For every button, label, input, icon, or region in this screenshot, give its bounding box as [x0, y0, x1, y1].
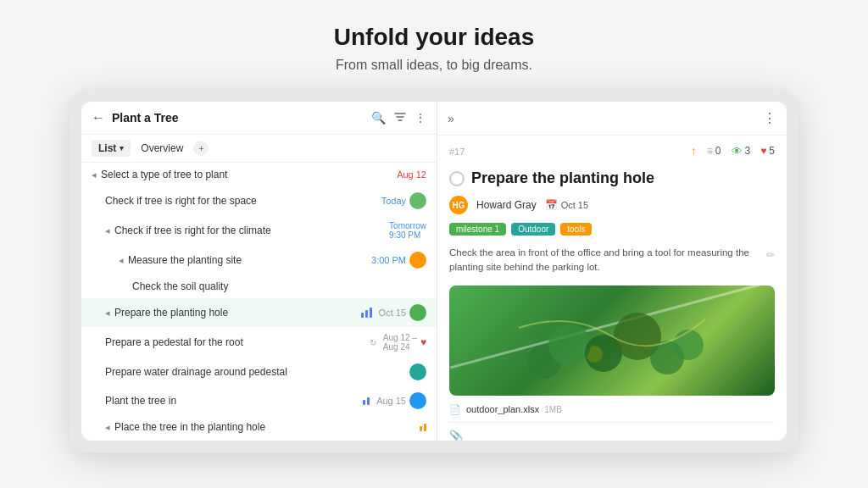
- back-button[interactable]: ←: [92, 110, 105, 125]
- tab-add-button[interactable]: +: [193, 141, 209, 156]
- task-name: Place the tree in the planting hole: [114, 421, 415, 433]
- tag-outdoor: Outdoor: [511, 223, 555, 236]
- avatar: [409, 392, 426, 409]
- edit-icon[interactable]: ✏: [766, 247, 775, 263]
- task-number: #17: [449, 147, 465, 157]
- task-date: Oct 15: [379, 308, 406, 318]
- device-frame: ← Plant a Tree 🔍 ⋮ List ▾ Overview +: [70, 90, 798, 452]
- task-name: Plant the tree in: [105, 395, 358, 407]
- task-date: Today: [381, 196, 406, 206]
- assignee-name: Howard Gray: [476, 199, 537, 211]
- expand-icon[interactable]: »: [448, 112, 454, 125]
- right-panel: » ⋮ #17 ↑ ≡ 0 👁: [437, 102, 787, 441]
- svg-point-5: [673, 330, 704, 360]
- file-attachment: 📄 outdoor_plan.xlsx 1MB: [449, 404, 775, 415]
- task-name: Check the soil quality: [132, 280, 426, 292]
- task-image: [449, 286, 775, 396]
- task-bullet: ◂: [92, 169, 97, 180]
- avatar: [409, 252, 426, 269]
- due-date-chip: 📅 Oct 15: [545, 199, 588, 211]
- tags-row: milestone 1 Outdoor tools: [449, 223, 775, 236]
- list-item[interactable]: Prepare a pedestal for the root ↻ Aug 12…: [81, 327, 437, 358]
- task-bullet: ◂: [105, 422, 110, 433]
- avatar: [409, 192, 426, 209]
- stat-hearts: ♥ 5: [760, 145, 775, 157]
- task-date: Aug 15: [376, 396, 406, 406]
- task-name: Prepare the planting hole: [114, 307, 356, 319]
- task-date: Tomorrow9:30 PM: [389, 221, 426, 240]
- panel-title: Plant a Tree: [112, 111, 364, 125]
- task-date: 3:00 PM: [371, 255, 406, 265]
- list-item[interactable]: ◂ Place the tree in the planting hole: [81, 415, 437, 439]
- list-item[interactable]: ◂ Measure the planting site 3:00 PM: [81, 246, 437, 274]
- tab-list[interactable]: List ▾: [92, 140, 131, 157]
- paperclip-icon: 📎: [449, 430, 463, 441]
- task-name: Check if tree is right for the space: [105, 195, 375, 207]
- task-bullet: ◂: [105, 225, 110, 236]
- task-name: Select a type of tree to plant: [101, 169, 390, 180]
- task-name: Prepare a pedestal for the root: [105, 336, 370, 348]
- description-text: Check the area in front of the office an…: [449, 246, 775, 275]
- assignee-avatar: HG: [449, 196, 468, 214]
- task-name: Prepare water drainage around pedestal: [105, 366, 406, 378]
- task-stats: ↑ ≡ 0 👁 3 ♥ 5: [691, 144, 775, 158]
- hero-section: Unfold your ideas From small ideas, to b…: [334, 0, 534, 90]
- paperclip-row: 📎: [449, 428, 775, 441]
- priority-bars: [420, 424, 426, 431]
- hero-title: Unfold your ideas: [334, 24, 534, 51]
- hero-subtitle: From small ideas, to big dreams.: [334, 58, 534, 73]
- filter-icon[interactable]: [394, 111, 406, 125]
- left-panel: ← Plant a Tree 🔍 ⋮ List ▾ Overview +: [81, 102, 437, 441]
- list-item[interactable]: Check if tree is right for the space Tod…: [81, 186, 437, 215]
- right-header: » ⋮: [437, 102, 787, 136]
- right-content: #17 ↑ ≡ 0 👁 3 ♥ 5: [437, 136, 787, 441]
- more-icon[interactable]: ⋮: [415, 111, 426, 125]
- stat-views: 👁 3: [732, 145, 751, 158]
- priority-bars: [363, 397, 370, 405]
- task-name: Check if tree is right for the climate: [114, 225, 382, 236]
- list-item[interactable]: ◂ Check if tree is right for the climate…: [81, 215, 437, 246]
- list-item[interactable]: Check the soil quality: [81, 274, 437, 298]
- tabs-bar: List ▾ Overview +: [81, 135, 437, 163]
- svg-point-1: [548, 324, 591, 366]
- right-header-icons: ⋮: [763, 110, 776, 126]
- header-icons: 🔍 ⋮: [371, 111, 426, 125]
- avatar: [409, 363, 426, 380]
- task-list: ◂ Select a type of tree to plant Aug 12 …: [81, 163, 437, 441]
- task-date: Aug 12: [397, 169, 426, 180]
- assignee-row: HG Howard Gray 📅 Oct 15: [449, 196, 775, 214]
- task-bullet: ◂: [105, 308, 110, 319]
- due-date: Oct 15: [561, 200, 588, 210]
- file-name: outdoor_plan.xlsx: [466, 404, 539, 414]
- device-inner: ← Plant a Tree 🔍 ⋮ List ▾ Overview +: [81, 102, 787, 441]
- task-bullet: ◂: [119, 255, 124, 266]
- priority-bars: [361, 308, 372, 318]
- file-size: 1MB: [544, 405, 562, 414]
- list-item[interactable]: ◂ Select a type of tree to plant Aug 12: [81, 163, 437, 186]
- tab-overview[interactable]: Overview: [134, 140, 190, 157]
- task-complete-circle[interactable]: [449, 171, 465, 186]
- more-icon-right[interactable]: ⋮: [763, 110, 776, 126]
- task-name: Measure the planting site: [128, 254, 364, 266]
- panel-header: ← Plant a Tree 🔍 ⋮: [81, 102, 437, 135]
- heart-icon: ♥: [420, 336, 426, 348]
- tag-tools: tools: [560, 223, 592, 236]
- search-icon[interactable]: 🔍: [371, 111, 386, 125]
- calendar-icon: 📅: [545, 199, 558, 211]
- refresh-icon: ↻: [370, 338, 376, 347]
- stat-list: ≡ 0: [707, 145, 721, 157]
- list-item[interactable]: Plant the tree in Aug 15: [81, 386, 437, 415]
- detail-title: Prepare the planting hole: [449, 169, 775, 187]
- avatar: [409, 304, 426, 321]
- task-date: Aug 12 –Aug 24: [383, 333, 417, 352]
- tag-milestone: milestone 1: [449, 223, 506, 236]
- list-item[interactable]: ◂ Cover base with compost Aug 10: [81, 439, 437, 441]
- list-item[interactable]: ◂ Prepare the planting hole Oct 15: [81, 298, 437, 327]
- up-arrow-icon: ↑: [691, 144, 697, 158]
- list-item[interactable]: Prepare water drainage around pedestal: [81, 358, 437, 386]
- file-icon: 📄: [449, 404, 461, 415]
- divider: [449, 422, 775, 423]
